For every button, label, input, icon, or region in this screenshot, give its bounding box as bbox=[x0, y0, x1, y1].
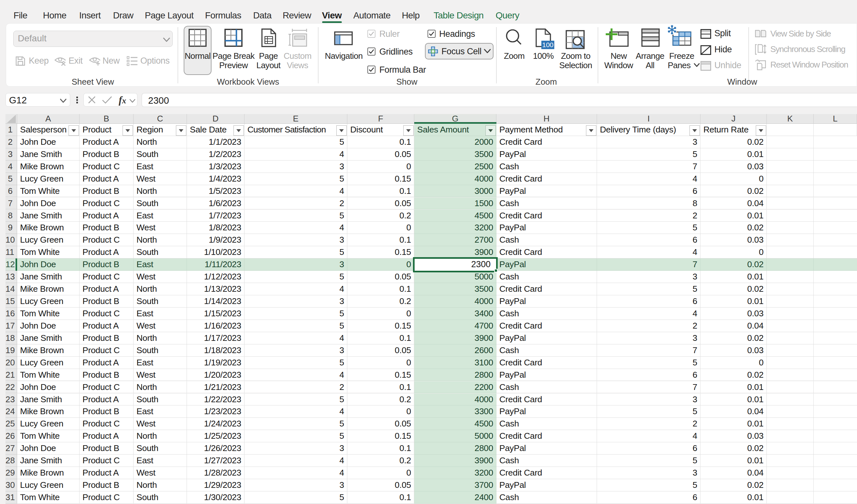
svg-text:100: 100 bbox=[542, 41, 553, 49]
